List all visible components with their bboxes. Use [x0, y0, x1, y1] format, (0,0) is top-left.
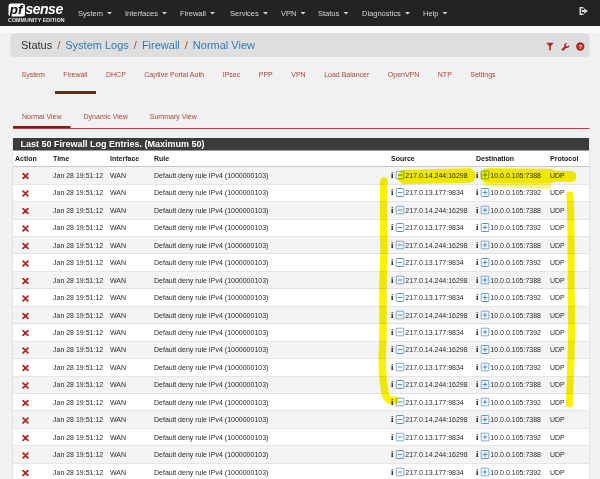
svg-text:?: ? [578, 44, 582, 50]
